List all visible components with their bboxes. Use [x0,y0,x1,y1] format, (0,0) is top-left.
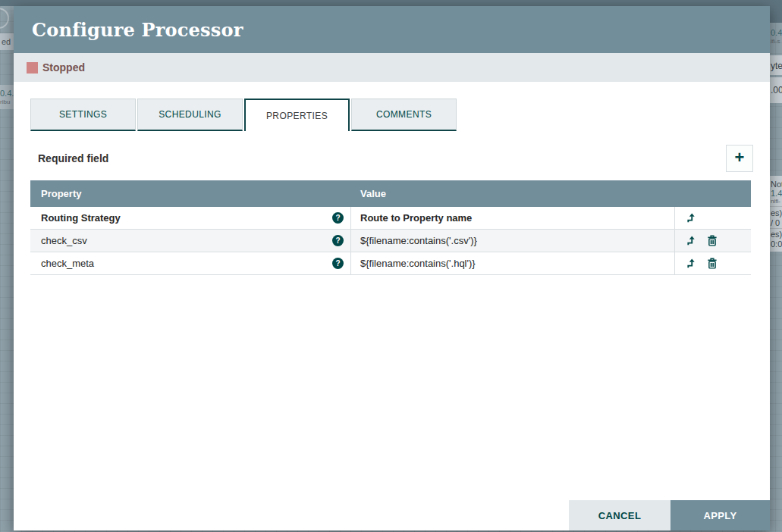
tab-scheduling[interactable]: SCHEDULING [137,99,243,131]
tab-label: SCHEDULING [159,109,221,120]
property-value: ${filename:contains('.csv')} [360,235,477,246]
tab-label: PROPERTIES [266,111,328,121]
table-row: Routing Strategy ? Route to Property nam… [30,207,751,230]
goto-referenced-property-icon[interactable] [686,235,696,246]
column-header-value: Value [351,188,675,199]
properties-table: Property Value Routing Strategy ? Route … [30,180,751,275]
help-icon[interactable]: ? [332,258,344,269]
property-value: ${filename:contains('.hql')} [360,258,476,269]
table-row: check_meta ? ${filename:contains('.hql')… [30,252,751,275]
add-property-button[interactable]: + [726,145,753,172]
property-name: Routing Strategy [41,212,121,224]
background-text-fragment: es) [771,208,782,217]
background-text-fragment: Not [771,180,782,189]
dialog-footer: CANCEL APPLY [569,500,770,530]
canvas-edge-left: ed 0.4. ribu [0,0,14,532]
column-header-property: Property [30,188,351,199]
background-text-fragment: ed [2,37,11,46]
tab-bar: SETTINGS SCHEDULING PROPERTIES COMMENTS [30,99,753,131]
table-toolbar: Required field + [30,140,753,177]
canvas-edge-right: 0.4. ifi-s yte .00 Not 1.4 nifi- es) / 0… [770,0,782,532]
background-text-fragment: es) [771,230,782,239]
property-name: check_meta [41,258,94,269]
tab-comments[interactable]: COMMENTS [351,99,457,131]
background-button-fragment [0,8,9,29]
dialog-header: Configure Processor [14,6,770,53]
help-icon[interactable]: ? [332,212,344,224]
property-name: check_csv [41,235,87,246]
stopped-status-icon [27,62,38,74]
dimmed-toolbar-strip [0,0,782,6]
background-text-fragment: yte [771,61,782,71]
background-text-fragment: 0.4. [771,28,782,37]
background-text-fragment: ifi-s [771,38,780,45]
background-text-fragment: 0:0 [771,239,782,249]
property-value-cell[interactable]: ${filename:contains('.csv')} [351,230,675,252]
background-text-fragment: 0.4. [0,89,14,98]
goto-referenced-property-icon[interactable] [686,212,696,224]
dialog-title: Configure Processor [32,19,243,41]
property-value: Route to Property name [360,212,472,224]
background-divider [770,206,782,207]
cancel-button[interactable]: CANCEL [569,500,671,530]
tab-label: SETTINGS [59,109,107,120]
help-icon[interactable]: ? [332,235,344,246]
background-divider [770,228,782,229]
apply-button[interactable]: APPLY [671,500,770,530]
goto-referenced-property-icon[interactable] [686,258,696,269]
background-text-fragment: ribu [0,99,10,105]
property-value-cell[interactable]: ${filename:contains('.hql')} [351,252,675,274]
required-field-label: Required field [38,152,108,164]
background-text-fragment: nifi- [771,198,780,205]
background-text-fragment: / 0 [771,218,780,227]
tab-properties[interactable]: PROPERTIES [244,99,350,131]
table-header-row: Property Value [30,180,751,207]
dialog-content: SETTINGS SCHEDULING PROPERTIES COMMENTS … [14,99,770,275]
plus-icon: + [735,149,745,166]
processor-status-bar: Stopped [14,53,770,82]
configure-processor-dialog: Configure Processor Stopped SETTINGS SCH… [14,6,770,530]
background-text-fragment: .00 [771,85,782,95]
table-row: check_csv ? ${filename:contains('.csv')} [30,230,751,252]
delete-property-icon[interactable] [707,258,718,269]
property-value-cell[interactable]: Route to Property name [351,207,675,229]
tab-label: COMMENTS [376,109,432,120]
delete-property-icon[interactable] [707,235,718,246]
status-label: Stopped [42,61,85,74]
background-text-fragment: 1.4 [771,189,782,198]
tab-settings[interactable]: SETTINGS [30,99,136,131]
